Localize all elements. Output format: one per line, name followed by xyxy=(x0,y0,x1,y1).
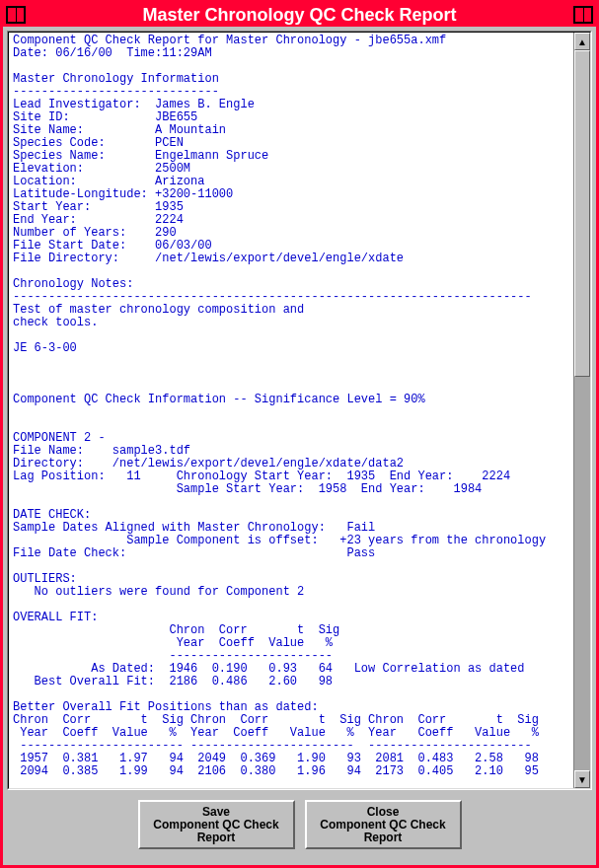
line: Better Overall Fit Positions than as dat… xyxy=(13,700,319,714)
line: Sample Dates Aligned with Master Chronol… xyxy=(13,521,375,535)
line: Master Chronology Information xyxy=(13,72,219,86)
save-button[interactable]: Save Component QC Check Report xyxy=(138,800,295,849)
line: Number of Years: 290 xyxy=(13,226,177,240)
line: OUTLIERS: xyxy=(13,572,77,586)
line: ----------------------- ----------------… xyxy=(13,739,532,753)
line: Sample Start Year: 1958 End Year: 1984 xyxy=(13,482,482,496)
line: ----------------------------------------… xyxy=(13,290,532,304)
button-bar: Save Component QC Check Report Close Com… xyxy=(7,790,592,861)
vertical-scrollbar[interactable]: ▲ ▼ xyxy=(573,33,590,788)
window-maximize-button[interactable] xyxy=(573,6,593,24)
line: Elevation: 2500M xyxy=(13,162,190,176)
line: Year Coeff Value % xyxy=(13,636,333,650)
line: File Name: sample3.tdf xyxy=(13,444,190,458)
line: DATE CHECK: xyxy=(13,508,91,522)
line: Latitude-Longitude: +3200-11000 xyxy=(13,187,233,201)
window-frame: Master Chronology QC Check Report Compon… xyxy=(0,0,599,868)
report-viewport: Component QC Check Report for Master Chr… xyxy=(9,33,590,788)
line: File Directory: /net/lewis/export/devel/… xyxy=(13,252,404,265)
report-text[interactable]: Component QC Check Report for Master Chr… xyxy=(9,33,573,788)
window-menu-button[interactable] xyxy=(6,6,26,24)
line: Site Name: A Mountain xyxy=(13,123,226,137)
line: End Year: 2224 xyxy=(13,213,184,227)
line: No outliers were found for Component 2 xyxy=(13,585,304,599)
line: As Dated: 1946 0.190 0.93 64 Low Correla… xyxy=(13,662,524,676)
line: Site ID: JBE655 xyxy=(13,110,197,124)
line: Chron Corr t Sig Chron Corr t Sig Chron … xyxy=(13,713,539,727)
close-button[interactable]: Close Component QC Check Report xyxy=(305,800,462,849)
scroll-down-arrow[interactable]: ▼ xyxy=(574,770,590,788)
line: Date: 06/16/00 Time:11:29AM xyxy=(13,46,212,60)
line: Sample Component is offset: +23 years fr… xyxy=(13,534,546,547)
title-bar: Master Chronology QC Check Report xyxy=(3,3,596,27)
scroll-track[interactable] xyxy=(574,50,590,770)
line: Lag Position: 11 Chronology Start Year: … xyxy=(13,470,510,483)
scroll-thumb[interactable] xyxy=(574,50,590,377)
line: File Start Date: 06/03/00 xyxy=(13,239,212,253)
line: Location: Arizona xyxy=(13,175,204,188)
work-area: Component QC Check Report for Master Chr… xyxy=(3,27,596,865)
line: Component QC Check Information -- Signif… xyxy=(13,393,425,406)
line: 2094 0.385 1.99 94 2106 0.380 1.96 94 21… xyxy=(13,764,539,778)
line: Species Code: PCEN xyxy=(13,136,184,150)
line: File Date Check: Pass xyxy=(13,546,375,560)
line: 1957 0.381 1.97 94 2049 0.369 1.90 93 20… xyxy=(13,752,539,765)
line: Chronology Notes: xyxy=(13,277,133,291)
window-title: Master Chronology QC Check Report xyxy=(29,5,570,26)
line: Best Overall Fit: 2186 0.486 2.60 98 xyxy=(13,675,333,688)
line: COMPONENT 2 - xyxy=(13,431,106,445)
line: Component QC Check Report for Master Chr… xyxy=(13,34,446,47)
line: Start Year: 1935 xyxy=(13,200,184,214)
line: ----------------------------- xyxy=(13,85,219,99)
line: Test of master chronology composition an… xyxy=(13,303,304,355)
line: ----------------------- xyxy=(13,649,333,663)
scroll-up-arrow[interactable]: ▲ xyxy=(574,33,590,50)
line: Year Coeff Value % Year Coeff Value % Ye… xyxy=(13,726,539,740)
line: Chron Corr t Sig xyxy=(13,623,339,637)
line: Species Name: Engelmann Spruce xyxy=(13,149,268,163)
line: OVERALL FIT: xyxy=(13,611,98,624)
line: Lead Investigator: James B. Engle xyxy=(13,98,255,111)
line: Directory: /net/lewis/export/devel/engle… xyxy=(13,457,404,470)
